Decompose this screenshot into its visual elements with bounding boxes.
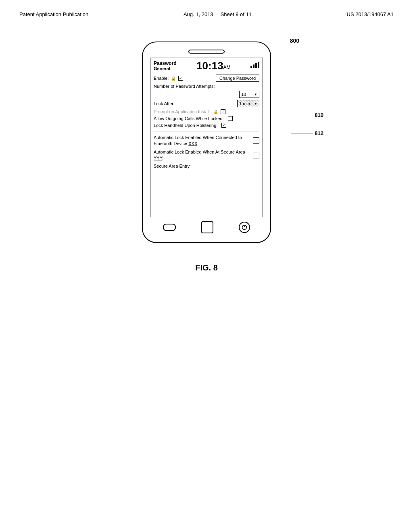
header-middle: Aug. 1, 2013 Sheet 9 of 11 [184, 11, 252, 17]
auto-lock-bt-row: Automatic Lock Enabled When Connected to… [154, 135, 259, 147]
main-content: 800 Password General 10:13 AM [0, 17, 413, 272]
lock-after-arrow-icon: ▼ [254, 102, 257, 106]
dropdown-arrow-icon: ▼ [254, 93, 257, 96]
change-password-button[interactable]: Change Password [216, 75, 259, 82]
label-800: 800 [290, 37, 299, 44]
phone-screen: Password General 10:13 AM [150, 58, 263, 217]
lock-after-row: Lock After: 1 min ▼ [154, 100, 259, 107]
time-display: 10:13 AM [196, 60, 231, 71]
status-left: Password General [154, 60, 177, 71]
speaker-bar [188, 50, 225, 54]
header-left: Patent Application Publication [19, 11, 88, 17]
allow-calls-row: Allow Outgoing Calls While Locked: [154, 116, 259, 121]
phone-device: Password General 10:13 AM [142, 42, 271, 243]
prompt-checkbox[interactable] [221, 109, 225, 114]
general-label: General [154, 66, 177, 71]
fig-label: FIG. 8 [195, 263, 218, 272]
bar-1 [250, 66, 252, 68]
home-button[interactable] [201, 221, 213, 233]
divider [154, 131, 259, 131]
patent-header: Patent Application Publication Aug. 1, 2… [0, 0, 413, 17]
auto-lock-secure-checkbox[interactable] [253, 152, 259, 158]
lock-holster-row: Lock Handheld Upon Holstering: [154, 123, 259, 128]
allow-calls-checkbox[interactable] [228, 116, 233, 121]
header-right: US 2013/194067 A1 [347, 11, 394, 17]
status-bar: Password General 10:13 AM [150, 58, 263, 72]
signal-bars [250, 60, 259, 68]
enable-row: Enable: 🔒 Change Password [154, 75, 259, 82]
auto-lock-bt-checkbox[interactable] [253, 137, 259, 144]
phone-diagram-wrapper: 800 Password General 10:13 AM [142, 42, 271, 243]
lock-after-dropdown[interactable]: 1 min ▼ [237, 100, 259, 107]
back-button[interactable] [163, 224, 176, 231]
attempts-label-row: Number of Password Attempts: [154, 84, 259, 89]
content-area: Enable: 🔒 Change Password Number of Pass… [150, 72, 263, 217]
annotation-810: 810 [291, 112, 323, 118]
annotation-812: 812 [291, 130, 323, 136]
prompt-row: Prompt on Application Install: 🔒 [154, 109, 259, 114]
secure-area-row: Secure Area Entry [154, 164, 259, 168]
lock-holster-checkbox[interactable] [221, 123, 226, 128]
bar-4 [258, 62, 259, 68]
lock-icon-prompt: 🔒 [213, 110, 218, 114]
auto-lock-secure-row: Automatic Lock Enabled When At Secure Ar… [154, 149, 259, 162]
attempts-dropdown[interactable]: 10 ▼ [239, 91, 259, 98]
enable-label: Enable: [154, 76, 169, 81]
power-button[interactable] [239, 222, 250, 233]
lock-icon-enable: 🔒 [171, 76, 176, 81]
attempts-value-row: 10 ▼ [154, 91, 259, 98]
bottom-nav [150, 218, 263, 237]
password-label: Password [154, 60, 177, 66]
bar-2 [253, 64, 254, 68]
bar-3 [255, 63, 257, 68]
power-icon [242, 224, 247, 230]
enable-checkbox[interactable] [178, 76, 183, 81]
